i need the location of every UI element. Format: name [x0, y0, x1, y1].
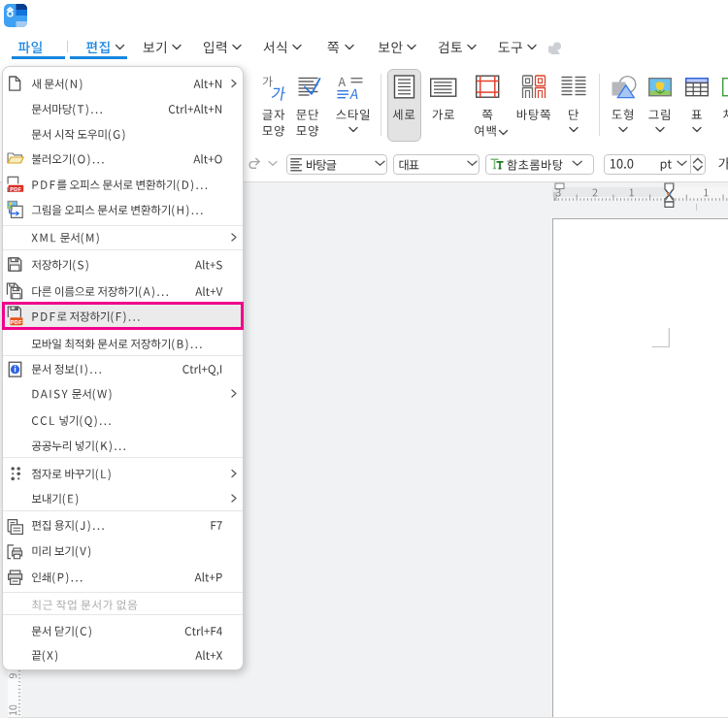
svg-text:PDF: PDF — [11, 319, 22, 325]
svg-text:PDF: PDF — [10, 186, 22, 192]
